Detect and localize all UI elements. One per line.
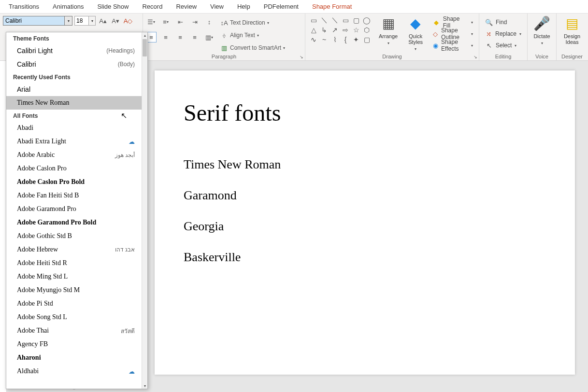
- columns-button[interactable]: ▥▾: [204, 32, 215, 42]
- font-option[interactable]: Aharoni: [6, 351, 142, 364]
- tab-record[interactable]: Record: [135, 0, 169, 13]
- align-center-button[interactable]: ≡: [160, 32, 171, 42]
- font-option[interactable]: Adobe Garamond Pro: [6, 202, 142, 216]
- font-option[interactable]: Adobe Hebrewאבג דהו: [6, 243, 142, 256]
- font-option[interactable]: Adobe Caslon Pro Bold: [6, 175, 142, 189]
- font-name-dropdown-button[interactable]: ▾: [65, 16, 72, 26]
- select-button[interactable]: ↖Select▾: [485, 41, 521, 50]
- shape-star2-icon[interactable]: ✦: [351, 35, 361, 44]
- increase-indent-button[interactable]: ⇥: [189, 16, 200, 27]
- font-option[interactable]: Adobe Caslon Pro: [6, 162, 142, 175]
- shape-textbox-icon[interactable]: ▭: [308, 15, 319, 25]
- slide[interactable]: Serif fonts Times New Roman Garamond Geo…: [155, 70, 575, 375]
- shape-elbow-icon[interactable]: ↳: [319, 25, 330, 35]
- font-size-dropdown-button[interactable]: ▾: [89, 16, 96, 26]
- decrease-font-size-button[interactable]: A▾: [110, 15, 121, 26]
- bullets-button[interactable]: ☰▾: [146, 16, 157, 27]
- shape-freeform-icon[interactable]: ⌇: [330, 35, 340, 44]
- line-spacing-button[interactable]: ↕: [204, 16, 215, 27]
- shape-fill-button[interactable]: ◆Shape Fill▾: [432, 17, 473, 27]
- tab-view[interactable]: View: [203, 0, 230, 13]
- font-option-label: Abadi: [17, 124, 33, 132]
- font-option[interactable]: Adobe Thaiสวัสดี: [6, 324, 142, 337]
- slide-item[interactable]: Garamond: [184, 188, 281, 203]
- font-name-input[interactable]: [3, 16, 65, 26]
- slide-item[interactable]: Georgia: [184, 219, 281, 234]
- font-option[interactable]: Adobe Garamond Pro Bold: [6, 216, 142, 229]
- align-text-button[interactable]: ⎀Align Text▾: [220, 30, 287, 41]
- tab-review[interactable]: Review: [169, 0, 203, 13]
- font-option[interactable]: Adobe Song Std L: [6, 310, 142, 324]
- tab-help[interactable]: Help: [230, 0, 257, 13]
- font-option[interactable]: Arial: [6, 83, 142, 96]
- design-ideas-button[interactable]: ▤ Design Ideas: [559, 15, 585, 45]
- shape-scribble-icon[interactable]: ~: [319, 35, 330, 44]
- shape-hex-icon[interactable]: ⬡: [361, 25, 372, 35]
- font-option[interactable]: Adobe Heiti Std R: [6, 256, 142, 270]
- scroll-down-button[interactable]: ▾: [142, 383, 147, 389]
- font-option[interactable]: Aldhabi☁: [6, 364, 142, 378]
- dictate-button[interactable]: 🎤 Dictate ▾: [531, 15, 553, 45]
- font-option[interactable]: Adobe Arabicأبجد هوز: [6, 148, 142, 162]
- shapes-gallery[interactable]: ▭ ＼ ＼ ▭ ▢ ◯ △ ↳ ↗ ⇨ ☆ ⬡ ∿ ~ ⌇ { ✦ ▢: [308, 15, 372, 44]
- justify-button[interactable]: ≡: [189, 32, 200, 42]
- font-option[interactable]: Adobe Myungjo Std M: [6, 283, 142, 297]
- shape-outline-button[interactable]: ◇Shape Outline▾: [432, 29, 473, 39]
- font-option[interactable]: Calibri Light(Headings): [6, 44, 142, 57]
- drawing-dialog-launcher[interactable]: ↘: [473, 55, 477, 59]
- tab-pdfelement[interactable]: PDFelement: [257, 0, 305, 13]
- shape-line-icon[interactable]: ＼: [319, 15, 330, 25]
- font-option-label: Adobe Garamond Pro: [17, 205, 76, 213]
- shape-arrowline-icon[interactable]: ↗: [330, 25, 340, 35]
- dropdown-scrollbar[interactable]: ▴ ▾: [142, 32, 147, 389]
- tab-transitions[interactable]: Transitions: [2, 0, 46, 13]
- align-right-button[interactable]: ≡: [175, 32, 186, 42]
- slide-title[interactable]: Serif fonts: [184, 99, 281, 126]
- tab-shape-format[interactable]: Shape Format: [305, 0, 359, 13]
- font-option[interactable]: Abadi Extra Light☁: [6, 135, 142, 148]
- arrange-button[interactable]: ▦ Arrange ▾: [375, 15, 402, 45]
- shape-effects-label: Shape Effects: [441, 39, 468, 52]
- font-option[interactable]: Times New Roman: [6, 96, 142, 110]
- shape-oval-icon[interactable]: ◯: [361, 15, 372, 25]
- slide-item[interactable]: Baskerville: [184, 250, 281, 265]
- scrollbar-thumb[interactable]: [143, 39, 147, 56]
- font-option[interactable]: Adobe Pi Std: [6, 297, 142, 310]
- editing-group-label: Editing: [482, 53, 524, 60]
- align-text-icon: ⎀: [220, 32, 228, 39]
- scroll-up-button[interactable]: ▴: [142, 32, 147, 38]
- clear-formatting-button[interactable]: A◇: [123, 15, 133, 26]
- shape-curve-icon[interactable]: ∿: [308, 35, 319, 44]
- replace-button[interactable]: ⤭Replace▾: [485, 29, 521, 39]
- font-option[interactable]: Agency FB: [6, 337, 142, 351]
- shape-triangle-icon[interactable]: △: [308, 25, 319, 35]
- slide-body[interactable]: Times New Roman Garamond Georgia Baskerv…: [184, 157, 281, 265]
- font-option[interactable]: Abadi: [6, 121, 142, 135]
- increase-font-size-button[interactable]: A▴: [98, 15, 108, 26]
- shape-effects-button[interactable]: ◉Shape Effects▾: [432, 41, 473, 50]
- find-button[interactable]: 🔍Find: [485, 17, 521, 27]
- font-option[interactable]: Calibri(Body): [6, 57, 142, 71]
- convert-smartart-button[interactable]: ▥Convert to SmartArt▾: [220, 42, 287, 53]
- decrease-indent-button[interactable]: ⇤: [175, 16, 186, 27]
- shape-line2-icon[interactable]: ＼: [330, 15, 340, 25]
- font-option[interactable]: Adobe Gothic Std B: [6, 229, 142, 243]
- quick-styles-button[interactable]: ◆ Quick Styles ▾: [404, 15, 427, 51]
- shape-rect-icon[interactable]: ▭: [340, 15, 351, 25]
- shape-arrow-icon[interactable]: ⇨: [340, 25, 351, 35]
- font-option[interactable]: Adobe Ming Std L: [6, 270, 142, 283]
- shape-square-icon[interactable]: ▢: [351, 15, 361, 25]
- font-option[interactable]: Adobe Fan Heiti Std B: [6, 189, 142, 202]
- drawing-group-label: Drawing: [308, 53, 476, 60]
- numbering-button[interactable]: ≡▾: [160, 16, 171, 27]
- font-option-label: Abadi Extra Light: [17, 138, 66, 145]
- text-direction-button[interactable]: ↕AText Direction▾: [220, 17, 287, 28]
- shape-brace-icon[interactable]: {: [340, 35, 351, 44]
- font-option-label: Adobe Heiti Std R: [17, 259, 67, 267]
- font-size-input[interactable]: [74, 16, 89, 26]
- tab-animations[interactable]: Animations: [46, 0, 90, 13]
- shape-callout-icon[interactable]: ▢: [361, 35, 372, 44]
- tab-slide-show[interactable]: Slide Show: [90, 0, 135, 13]
- slide-item[interactable]: Times New Roman: [184, 157, 281, 172]
- shape-star-icon[interactable]: ☆: [351, 25, 361, 35]
